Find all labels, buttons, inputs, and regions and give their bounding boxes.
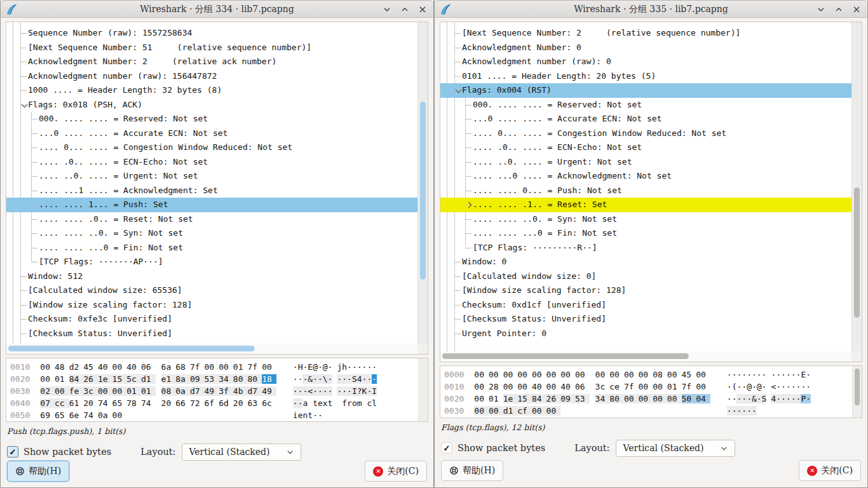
- hex-byte[interactable]: 7f: [190, 362, 205, 372]
- ascii-char[interactable]: ·: [742, 382, 747, 391]
- close-button[interactable]: ✕ 关闭(C): [365, 461, 427, 482]
- maximize-icon[interactable]: [399, 4, 410, 15]
- hex-byte[interactable]: 49: [262, 386, 276, 396]
- hex-byte[interactable]: 6e: [69, 410, 84, 420]
- ascii-char[interactable]: ·: [757, 394, 762, 403]
- ascii-char[interactable]: l: [372, 398, 377, 408]
- hex-byte[interactable]: 18: [262, 374, 276, 384]
- ascii-char[interactable]: ·: [727, 370, 732, 379]
- hex-byte[interactable]: 00: [595, 370, 610, 379]
- hex-byte[interactable]: 34: [219, 374, 233, 384]
- hex-byte[interactable]: 00: [546, 406, 561, 416]
- hex-byte[interactable]: 6d: [219, 398, 233, 408]
- scrollbar-thumb[interactable]: [442, 353, 689, 359]
- ascii-char[interactable]: ·: [313, 374, 318, 384]
- ascii-char[interactable]: ·: [742, 406, 747, 416]
- ascii-char[interactable]: ·: [342, 374, 347, 384]
- hex-byte[interactable]: 53: [205, 374, 219, 384]
- ascii-char[interactable]: e: [318, 398, 323, 408]
- hex-row[interactable]: 00100048d245400040066a687f0000017f00·H·E…: [10, 361, 418, 373]
- tree-row[interactable]: Window: 0: [440, 255, 851, 269]
- ascii-char[interactable]: ·: [727, 394, 732, 403]
- hex-row[interactable]: 001000280000400040063cce7f0000017f00·(··…: [444, 381, 852, 393]
- show-packet-bytes-checkbox[interactable]: ✓: [441, 442, 452, 454]
- packet-detail-tree[interactable]: Sequence Number (raw): 1557258634[Next S…: [6, 22, 428, 355]
- ascii-char[interactable]: ·: [323, 386, 328, 396]
- ascii-char[interactable]: S: [352, 374, 357, 384]
- ascii-char[interactable]: @: [747, 382, 752, 391]
- hex-byte[interactable]: 65: [55, 410, 69, 420]
- ascii-char[interactable]: ·: [293, 362, 298, 372]
- hex-byte[interactable]: 00: [667, 370, 682, 379]
- tree-horizontal-scrollbar[interactable]: [440, 351, 851, 362]
- ascii-char[interactable]: ·: [318, 410, 323, 420]
- tree-row[interactable]: .... .... .0.. = Reset: Not set: [6, 212, 417, 227]
- scrollbar-thumb[interactable]: [854, 187, 860, 318]
- hex-byte[interactable]: 1e: [98, 374, 112, 384]
- ascii-char[interactable]: ·: [752, 406, 757, 416]
- ascii-char[interactable]: @: [757, 382, 762, 391]
- tree-row[interactable]: .... ..0. .... = Urgent: Not set: [6, 169, 417, 184]
- packet-detail-tree[interactable]: [Next Sequence Number: 2 (relative seque…: [440, 22, 862, 362]
- ascii-char[interactable]: ·: [786, 370, 791, 379]
- ascii-char[interactable]: <: [308, 386, 313, 396]
- hex-byte[interactable]: 00: [639, 382, 653, 391]
- ascii-char[interactable]: ·: [781, 382, 786, 391]
- ascii-char[interactable]: f: [342, 398, 347, 408]
- hex-byte[interactable]: 1e: [503, 394, 518, 403]
- ascii-char[interactable]: ·: [752, 382, 757, 391]
- hex-byte[interactable]: 00: [653, 382, 667, 391]
- hex-byte[interactable]: 6f: [205, 398, 219, 408]
- ascii-char[interactable]: ·: [786, 394, 791, 403]
- hex-byte[interactable]: 00: [112, 362, 127, 372]
- layout-select[interactable]: Vertical (Stacked): [182, 444, 301, 461]
- ascii-char[interactable]: h: [342, 362, 347, 372]
- ascii-char[interactable]: ·: [806, 394, 811, 403]
- tree-row[interactable]: .... ...1 .... = Acknowledgment: Set: [6, 184, 417, 198]
- tree-row[interactable]: [Calculated window size: 0]: [440, 269, 851, 284]
- hex-byte[interactable]: 00: [624, 394, 639, 403]
- hex-row[interactable]: 0020000184261e155cd1e18a095334808018···&…: [10, 373, 418, 385]
- hex-byte[interactable]: 8a: [175, 374, 190, 384]
- tree-row[interactable]: 000. .... .... = Reserved: Not set: [440, 98, 851, 112]
- ascii-char[interactable]: r: [347, 398, 352, 408]
- tree-row[interactable]: Flags: 0x018 (PSH, ACK): [6, 98, 417, 112]
- ascii-char[interactable]: ·: [742, 370, 747, 379]
- hex-byte[interactable]: 3c: [83, 386, 98, 396]
- ascii-char[interactable]: ·: [293, 374, 298, 384]
- ascii-char[interactable]: ·: [806, 382, 811, 391]
- hex-byte[interactable]: 00: [474, 406, 489, 416]
- hex-byte[interactable]: 00: [639, 394, 653, 403]
- hex-byte[interactable]: 45: [682, 370, 696, 379]
- hex-byte[interactable]: cc: [55, 398, 69, 408]
- help-button[interactable]: 帮助(H): [441, 460, 503, 481]
- ascii-char[interactable]: t: [328, 398, 333, 408]
- hex-byte[interactable]: 3f: [219, 386, 233, 396]
- ascii-char[interactable]: S: [762, 394, 767, 403]
- tree-row[interactable]: 0101 .... = Header Length: 20 bytes (5): [440, 69, 851, 84]
- tree-row[interactable]: 1000 .... = Header Length: 32 bytes (8): [6, 83, 417, 98]
- tree-row[interactable]: .... ..0. .... = Urgent: Not set: [440, 155, 851, 170]
- hex-byte[interactable]: 7f: [248, 362, 262, 372]
- hex-byte[interactable]: 78: [126, 398, 141, 408]
- hex-byte[interactable]: 48: [55, 362, 69, 372]
- ascii-char[interactable]: o: [352, 398, 357, 408]
- tree-row[interactable]: Acknowledgment Number: 2 (relative ack n…: [6, 55, 417, 69]
- ascii-char[interactable]: ·: [776, 370, 781, 379]
- ascii-char[interactable]: ·: [752, 370, 757, 379]
- hex-byte[interactable]: 74: [98, 398, 112, 408]
- hex-byte[interactable]: 4b: [233, 386, 248, 396]
- ascii-char[interactable]: ·: [357, 362, 362, 372]
- hex-byte[interactable]: 00: [40, 374, 55, 384]
- tree-row[interactable]: [Checksum Status: Unverified]: [6, 327, 417, 341]
- hex-byte[interactable]: 80: [233, 374, 248, 384]
- ascii-char[interactable]: ·: [313, 386, 318, 396]
- hex-row[interactable]: 005069656e740a00 ient··: [10, 409, 418, 421]
- hex-byte[interactable]: 00: [624, 370, 639, 379]
- ascii-char[interactable]: ·: [791, 382, 796, 391]
- close-icon[interactable]: [417, 4, 428, 15]
- minimize-icon[interactable]: [381, 4, 393, 15]
- hex-byte[interactable]: 00: [546, 382, 561, 391]
- tree-row[interactable]: [TCP Flags: ·········R··]: [440, 241, 851, 255]
- ascii-char[interactable]: x: [323, 398, 328, 408]
